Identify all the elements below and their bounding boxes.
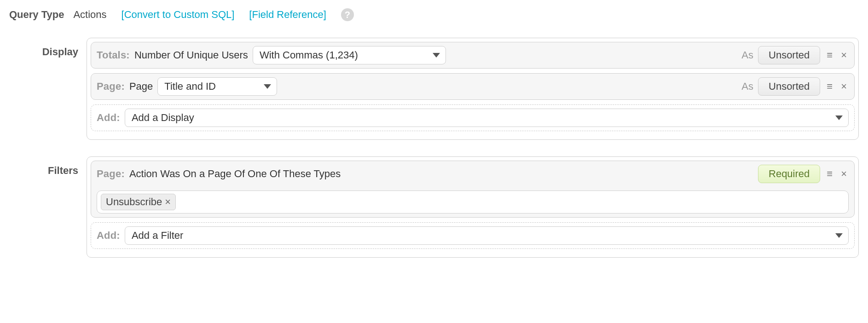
display-row-text: Page [129,81,153,92]
sort-button[interactable]: Unsorted [758,77,820,96]
query-type-row: Query Type Actions [Convert to Custom SQ… [9,8,859,21]
row-remove-icon[interactable] [839,81,849,92]
filter-row-page-types: Page: Action Was On a Page Of One Of The… [91,161,855,218]
query-type-label: Query Type [9,9,64,21]
row-remove-icon[interactable] [839,49,849,61]
convert-to-sql-link[interactable]: [Convert to Custom SQL] [122,9,235,21]
row-menu-icon[interactable] [825,168,834,180]
chevron-down-icon [835,115,843,120]
required-badge[interactable]: Required [758,165,820,183]
row-menu-icon[interactable] [825,81,834,92]
filter-row-text: Action Was On a Page Of One Of These Typ… [129,168,341,180]
display-row-text: Number Of Unique Users [134,49,248,61]
chevron-down-icon [433,53,440,58]
help-icon[interactable]: ? [341,8,354,21]
filter-add-row: Add: Add a Filter [91,222,855,249]
add-filter-placeholder: Add a Filter [132,230,184,242]
add-prefix: Add: [97,112,120,124]
display-section-label: Display [9,38,87,58]
tag-remove-icon[interactable]: × [165,196,171,208]
chevron-down-icon [835,233,843,238]
display-row-prefix: Totals: [97,49,130,61]
sort-button[interactable]: Unsorted [758,46,820,64]
display-format-select[interactable]: With Commas (1,234) [253,46,446,64]
as-label: As [741,81,753,92]
add-display-select[interactable]: Add a Display [125,109,849,127]
row-remove-icon[interactable] [839,168,849,180]
filter-row-prefix: Page: [97,168,125,180]
display-section: Display Totals: Number Of Unique Users W… [9,38,859,140]
display-format-select-value: With Commas (1,234) [260,49,358,61]
add-filter-select[interactable]: Add a Filter [125,226,849,245]
filters-section: Filters Page: Action Was On a Page Of On… [9,156,859,258]
filters-panel: Page: Action Was On a Page Of One Of The… [87,156,859,258]
display-page-select[interactable]: Title and ID [157,77,277,96]
as-label: As [741,49,753,61]
display-row-prefix: Page: [97,81,125,92]
query-type-value: Actions [73,9,106,21]
filter-tag-input[interactable]: Unsubscribe × [97,190,849,213]
row-menu-icon[interactable] [825,49,834,61]
display-row-page: Page: Page Title and ID As Unsorted [91,73,855,100]
filters-section-label: Filters [9,156,87,177]
field-reference-link[interactable]: [Field Reference] [249,9,326,21]
add-prefix: Add: [97,230,120,242]
add-display-placeholder: Add a Display [132,112,194,124]
display-page-select-value: Title and ID [164,81,216,92]
chevron-down-icon [264,84,271,89]
display-add-row: Add: Add a Display [91,104,855,131]
filter-tag: Unsubscribe × [101,194,176,210]
display-row-totals: Totals: Number Of Unique Users With Comm… [91,42,855,69]
display-panel: Totals: Number Of Unique Users With Comm… [87,38,859,140]
filter-tag-label: Unsubscribe [106,196,162,208]
